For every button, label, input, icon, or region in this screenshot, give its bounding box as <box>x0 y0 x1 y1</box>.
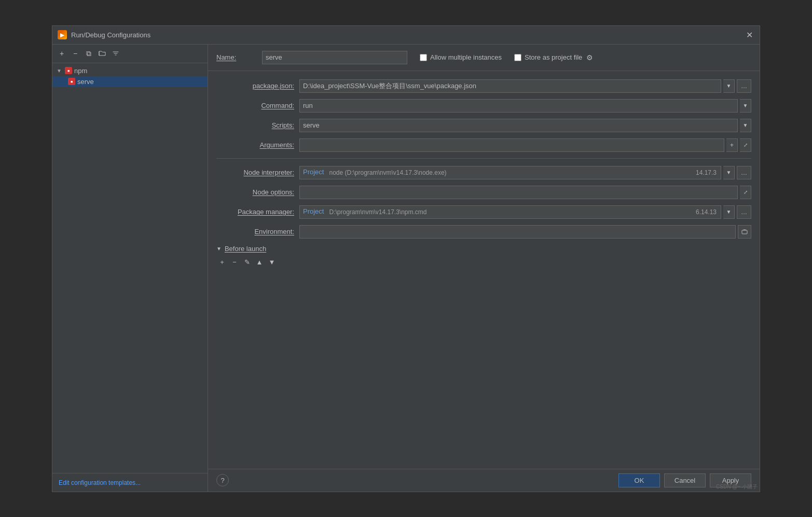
package-json-input[interactable] <box>299 79 721 93</box>
before-launch-section: ▼ Before launch + − ✎ ▲ ▼ <box>216 245 751 268</box>
environment-label: Environment: <box>216 228 299 235</box>
node-options-label: Node options: <box>216 188 299 196</box>
npm-chevron-icon: ▼ <box>57 68 63 74</box>
node-interpreter-row: Node interpreter: Project node (D:\progr… <box>216 166 751 179</box>
package-manager-label: Package manager: <box>216 208 299 216</box>
node-options-input-wrap: ⤢ <box>299 186 751 199</box>
app-icon: ▶ <box>58 30 67 39</box>
arguments-input[interactable] <box>299 138 724 152</box>
help-button[interactable]: ? <box>216 474 229 486</box>
node-input-group: Project node (D:\program\nvm\v14.17.3\no… <box>299 166 721 179</box>
package-json-input-wrap: ▼ … <box>299 79 751 93</box>
store-project-row: Store as project file ⚙ <box>514 52 594 63</box>
folder-config-button[interactable] <box>96 47 108 60</box>
edit-templates-link[interactable]: Edit configuration templates... <box>59 479 141 486</box>
node-project-label: Project <box>300 166 327 179</box>
environment-edit-button[interactable] <box>738 225 751 239</box>
scripts-input-wrap: ▼ <box>299 119 751 132</box>
close-button[interactable]: ✕ <box>744 30 754 40</box>
scripts-dropdown-button[interactable]: ▼ <box>740 119 751 132</box>
title-bar: ▶ Run/Debug Configurations ✕ <box>52 26 760 45</box>
serve-label: serve <box>77 78 94 86</box>
package-json-label: package.json: <box>216 82 299 90</box>
dialog-footer: ? OK Cancel Apply <box>208 469 760 492</box>
package-manager-wrap: Project D:\program\nvm\v14.17.3\npm.cmd … <box>299 205 751 219</box>
allow-multiple-row: Allow multiple instances <box>420 53 502 61</box>
package-manager-browse-button[interactable]: … <box>737 205 751 219</box>
node-interpreter-wrap: Project node (D:\program\nvm\v14.17.3\no… <box>299 166 751 179</box>
arguments-label: Arguments: <box>216 141 299 149</box>
store-project-checkbox[interactable] <box>514 54 521 61</box>
form-divider <box>216 158 751 159</box>
package-manager-version-label: 6.14.13 <box>692 206 721 218</box>
run-debug-dialog: ▶ Run/Debug Configurations ✕ + − ⧉ <box>52 25 760 492</box>
node-version-label: 14.17.3 <box>692 166 721 179</box>
before-launch-toolbar: + − ✎ ▲ ▼ <box>216 257 751 268</box>
before-launch-title: Before launch <box>225 245 266 253</box>
node-options-input[interactable] <box>299 186 738 199</box>
npm-icon: ■ <box>65 67 72 74</box>
scripts-label: Scripts: <box>216 121 299 129</box>
arguments-input-wrap: + ⤢ <box>299 138 751 152</box>
left-toolbar: + − ⧉ <box>52 45 208 63</box>
form-area: package.json: ▼ … Command: ▼ <box>208 71 760 469</box>
node-browse-button[interactable]: … <box>737 166 751 179</box>
dialog-title: Run/Debug Configurations <box>71 31 150 39</box>
package-json-dropdown-button[interactable]: ▼ <box>723 79 735 93</box>
footer-left: ? <box>216 474 229 486</box>
cancel-button[interactable]: Cancel <box>664 473 706 487</box>
package-manager-project-label: Project <box>300 206 327 218</box>
command-row: Command: ▼ <box>216 99 751 113</box>
environment-input-wrap <box>299 225 751 239</box>
config-tree: ▼ ■ npm ■ serve <box>52 63 208 473</box>
tree-item-serve[interactable]: ■ serve <box>52 76 208 87</box>
gear-button[interactable]: ⚙ <box>585 52 594 63</box>
allow-multiple-checkbox[interactable] <box>420 54 427 61</box>
node-options-expand-button[interactable]: ⤢ <box>740 186 751 199</box>
node-path-label: node (D:\program\nvm\v14.17.3\node.exe) <box>327 166 691 179</box>
add-config-button[interactable]: + <box>56 47 68 60</box>
npm-label: npm <box>74 67 87 75</box>
scripts-row: Scripts: ▼ <box>216 119 751 132</box>
allow-multiple-label: Allow multiple instances <box>430 53 502 61</box>
ok-button[interactable]: OK <box>618 473 660 487</box>
node-options-row: Node options: ⤢ <box>216 186 751 199</box>
environment-input[interactable] <box>299 225 736 239</box>
arguments-add-button[interactable]: + <box>726 138 738 152</box>
store-project-label: Store as project file <box>525 53 582 61</box>
sort-config-button[interactable] <box>109 47 122 60</box>
tree-item-npm[interactable]: ▼ ■ npm <box>52 65 208 76</box>
before-launch-edit-button[interactable]: ✎ <box>241 257 253 268</box>
node-interpreter-label: Node interpreter: <box>216 169 299 176</box>
scripts-input[interactable] <box>299 119 738 132</box>
name-field-row: Name: <box>216 51 407 64</box>
before-launch-add-button[interactable]: + <box>216 257 228 268</box>
arguments-expand-button[interactable]: ⤢ <box>740 138 751 152</box>
package-manager-input-group: Project D:\program\nvm\v14.17.3\npm.cmd … <box>299 205 721 219</box>
name-input[interactable] <box>262 51 407 64</box>
dialog-body: + − ⧉ ▼ ■ np <box>52 45 760 492</box>
svg-rect-0 <box>742 230 747 234</box>
package-manager-dropdown-button[interactable]: ▼ <box>723 205 735 219</box>
serve-npm-icon: ■ <box>68 78 75 85</box>
before-launch-up-button[interactable]: ▲ <box>254 257 265 268</box>
node-dropdown-button[interactable]: ▼ <box>723 166 735 179</box>
command-label: Command: <box>216 102 299 109</box>
copy-config-button[interactable]: ⧉ <box>82 47 95 60</box>
right-panel: Name: Allow multiple instances Store as … <box>208 45 760 492</box>
command-input[interactable] <box>299 99 738 113</box>
before-launch-header: ▼ Before launch <box>216 245 751 253</box>
before-launch-remove-button[interactable]: − <box>229 257 240 268</box>
package-manager-row: Package manager: Project D:\program\nvm\… <box>216 205 751 219</box>
environment-row: Environment: <box>216 225 751 239</box>
watermark: CSDN @~ 小团子 <box>716 483 758 491</box>
before-launch-chevron-icon[interactable]: ▼ <box>216 246 222 251</box>
package-manager-path-label: D:\program\nvm\v14.17.3\npm.cmd <box>327 206 691 218</box>
before-launch-down-button[interactable]: ▼ <box>266 257 278 268</box>
remove-config-button[interactable]: − <box>69 47 81 60</box>
command-dropdown-button[interactable]: ▼ <box>740 99 751 113</box>
bottom-link-area: Edit configuration templates... <box>52 473 208 492</box>
arguments-row: Arguments: + ⤢ <box>216 138 751 152</box>
command-input-wrap: ▼ <box>299 99 751 113</box>
package-json-browse-button[interactable]: … <box>737 79 751 93</box>
